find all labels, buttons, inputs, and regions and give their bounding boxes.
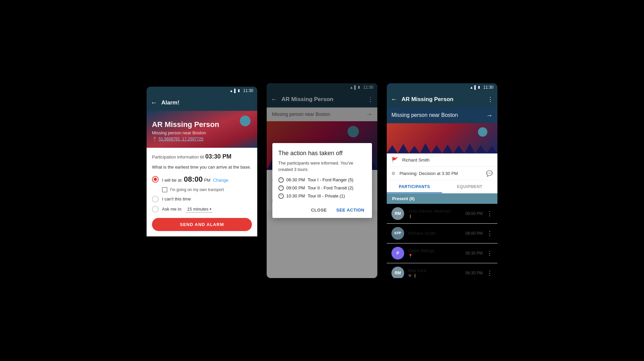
ask-me-dropdown[interactable]: 15 minutes ▾ [186,206,213,213]
participant-icons-1: 🚶 [408,214,462,219]
tour-time-3: 10:30 PM [286,193,305,198]
participant-name-3: Claire Billings [408,248,462,253]
participant-icons-3: 📍 [408,254,462,258]
info-text-2: Planning: Decision at 3:30 PM [399,171,482,176]
phone1-header: AR Missing Person Missing person near Bo… [147,111,257,148]
signal-icon-3: ▌ [474,85,477,89]
tour-label-1: Tour I - Ford Ranger (5) [308,177,354,182]
wifi-icon: ▲ [229,89,233,93]
battery-icon-3: ▮ [478,85,480,89]
radio-circle-1[interactable] [152,176,159,183]
back-button-1[interactable]: ← [151,99,157,106]
phone-screen-2: ▲ ▌ ▮ 11:30 ← AR Missing Person ⋮ Missin… [267,83,377,278]
participant-more-3[interactable]: ⋮ [487,250,493,257]
app-bar-3: ← AR Missing Person ⋮ [387,91,497,107]
coords-text-1: 51.5606791, 17.2597725 [159,137,203,141]
status-icons-1: ▲ ▌ ▮ [229,88,240,93]
trees-decoration-3 [387,140,497,153]
tour-item-3: 10:30 PM Tour III - Private (1) [278,193,366,199]
participant-name-1: John Dennis Wellman [408,209,462,214]
close-button[interactable]: CLOSE [310,206,328,214]
arrival-period: PM [204,178,211,183]
more-icon-3[interactable]: ⋮ [487,96,493,103]
section-header: Present (6) [387,193,497,204]
status-bar-3: ▲ ▌ ▮ 11:30 [387,83,497,91]
participation-card: Participation information till 03:30 PM … [147,148,257,236]
transport-checkbox-row[interactable]: I'm going on my own transport [162,187,252,192]
participant-info-1: John Dennis Wellman 🚶 [408,209,462,219]
missing-person-arrow: → [486,111,493,119]
dialog-actions: CLOSE SEE ACTION [278,204,366,214]
radio-label-2: I can't this time [162,196,191,201]
participation-time: 03:30 PM [205,153,231,160]
chat-icon[interactable]: 💬 [486,170,493,177]
participant-row-3[interactable]: P Claire Billings 📍 06:30 PM ⋮ [387,243,497,263]
radio-circle-2[interactable] [152,196,159,202]
phone-screen-3: ▲ ▌ ▮ 11:30 ← AR Missing Person ⋮ Missin… [387,83,497,278]
send-alarm-button[interactable]: SEND AND ALARM [152,218,252,231]
arrival-time: 08:00 [184,175,203,183]
change-link[interactable]: Change [213,178,228,183]
participant-icons-4: ⚒ 🚶 [408,274,462,278]
tab-equipment[interactable]: EQUIPMENT [442,180,497,193]
walk-icon-1: 🚶 [408,214,413,219]
back-button-3[interactable]: ← [391,95,397,103]
participation-label: Participation information till [152,154,204,160]
status-bar-1: ▲ ▌ ▮ 11:30 [147,87,257,95]
participant-more-4[interactable]: ⋮ [487,269,493,277]
header-coords-1: 📍 51.5606791, 17.2597725 [152,137,252,142]
dialog-subtitle: The participants were informed. You've c… [278,160,366,172]
missing-person-title: Missing person near Boston [391,112,483,118]
moon-decoration-3 [478,127,487,137]
participant-info-4: Max Lent ⚒ 🚶 [408,268,462,278]
ask-me-label: Ask me in: [162,207,182,212]
wrench-icon: ⚙ [391,171,395,176]
walk-icon-4: 🚶 [413,274,418,278]
tab-participants[interactable]: PARTICIPANTS [387,180,442,193]
see-action-button[interactable]: SEE ACTION [335,206,366,214]
app-bar-1: ← Alarm! [147,95,257,111]
transport-checkbox-label: I'm going on my own transport [170,187,224,192]
flag-icon: 🚩 [391,157,398,163]
dropdown-arrow-icon: ▾ [210,207,211,211]
participant-name-4: Max Lent [408,268,462,273]
tabs-bar: PARTICIPANTS EQUIPMENT [387,180,497,193]
tour-label-2: Tour II - Ford Transit (2) [308,185,354,190]
hero-image-3 [387,123,497,153]
transport-checkbox[interactable] [162,187,167,192]
location-icon-p: 📍 [408,254,413,258]
missing-person-row[interactable]: Missing person near Boston → [387,107,497,123]
participant-more-1[interactable]: ⋮ [487,210,493,217]
participant-more-2[interactable]: ⋮ [487,230,493,237]
status-time-3: 11:30 [483,85,493,90]
participant-info-3: Claire Billings 📍 [408,248,462,258]
header-subtitle-1: Missing person near Boston [152,130,252,135]
clock-icon-1 [278,177,284,183]
participant-name-2: Richard Smith [408,231,462,236]
tour-time-2: 09:00 PM [286,185,305,190]
wifi-icon-3: ▲ [470,85,473,89]
clock-icon-2 [278,185,284,191]
phone-screen-1: ▲ ▌ ▮ 11:30 ← Alarm! AR Missing Person M… [147,87,257,275]
radio-option-1[interactable]: I will be at: 08:00 PM Change [152,175,252,184]
participant-avatar-2: KPP [391,227,404,240]
participant-row-4[interactable]: RM Max Lent ⚒ 🚶 06:30 PM ⋮ [387,263,497,278]
info-text-1: Richard Smith [402,157,493,163]
participant-row-1[interactable]: RM John Dennis Wellman 🚶 09:00 PM ⋮ [387,204,497,224]
radio-circle-3[interactable] [152,206,159,213]
location-icon-1: 📍 [152,137,157,142]
participant-avatar-1: RM [391,207,404,220]
dropdown-value: 15 minutes [187,207,209,212]
participant-time-2: 08:00 PM [466,231,483,236]
participant-time-3: 06:30 PM [466,251,483,256]
info-row-1: 🚩 Richard Smith [387,153,497,167]
dialog-title: The action has taken off [278,150,366,157]
radio-label-text-1: I will be at: [162,178,182,183]
radio-label-1: I will be at: 08:00 PM Change [162,175,228,184]
radio-option-2[interactable]: I can't this time [152,196,252,202]
tour-time-1: 06:30 PM [286,177,305,182]
participant-avatar-4: RM [391,267,404,278]
participant-avatar-3: P [391,247,404,260]
participant-row-2[interactable]: KPP Richard Smith 08:00 PM ⋮ [387,224,497,243]
dialog-box: The action has taken off The participant… [272,143,372,218]
